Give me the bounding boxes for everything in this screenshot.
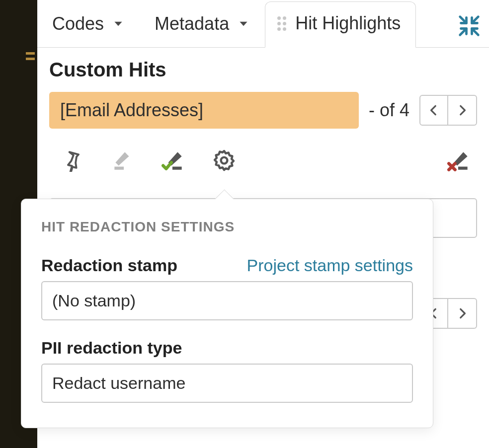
hit-highlights-panel: Custom Hits [Email Addresses] - of 4 [37,48,489,183]
redaction-stamp-value: (No stamp) [52,291,136,310]
highlighter-icon [110,148,135,173]
hit-count: - of 4 [369,100,409,121]
hit-chip-label: [Email Addresses] [60,100,203,120]
pin-icon [61,149,83,172]
svg-point-4 [221,157,228,164]
panel-title: Custom Hits [49,59,477,81]
remove-highlight-button[interactable] [445,147,473,174]
tab-hit-highlights-label: Hit Highlights [295,13,401,34]
hit-redaction-settings-popover: HIT REDACTION SETTINGS Redaction stamp P… [21,199,433,428]
gear-icon [212,149,236,172]
tab-hit-highlights[interactable]: Hit Highlights [265,1,416,48]
redaction-stamp-label: Redaction stamp [41,256,177,275]
prev-hit-button[interactable] [419,95,448,126]
hit-toolbar [49,145,477,183]
chevron-down-icon [237,17,250,30]
drag-handle-icon[interactable] [276,16,287,31]
pii-redaction-type-label: PII redaction type [41,338,182,358]
pin-button[interactable] [58,147,86,174]
highlight-button[interactable] [109,147,137,174]
redaction-stamp-select[interactable]: (No stamp) [41,281,413,320]
apply-highlight-button[interactable] [160,147,187,174]
pii-redaction-type-select[interactable]: Redact username [41,364,413,403]
hit-pager [419,95,477,126]
collapse-icon [458,15,480,37]
bg-next-button[interactable] [448,298,477,329]
chevron-down-icon [112,17,125,30]
tab-metadata-label: Metadata [155,13,229,34]
hit-navigator: [Email Addresses] - of 4 [49,92,477,129]
tab-codes[interactable]: Codes [37,1,140,47]
tab-codes-label: Codes [52,13,104,34]
tab-metadata[interactable]: Metadata [140,1,265,47]
project-stamp-settings-link[interactable]: Project stamp settings [247,256,413,275]
chevron-right-icon [456,104,469,117]
highlighter-remove-icon [447,148,472,173]
hit-chip[interactable]: [Email Addresses] [49,92,359,129]
next-hit-button[interactable] [448,95,477,126]
highlighter-check-icon [161,148,186,173]
settings-button[interactable] [210,147,238,174]
pii-redaction-type-value: Redact username [52,373,185,392]
chevron-left-icon [427,104,440,117]
panel-tabs: Codes Metadata Hit Highlights [37,0,489,48]
sidebar-resize-handle[interactable] [26,52,35,61]
collapse-panel-button[interactable] [454,11,484,41]
popover-header: HIT REDACTION SETTINGS [41,219,413,235]
